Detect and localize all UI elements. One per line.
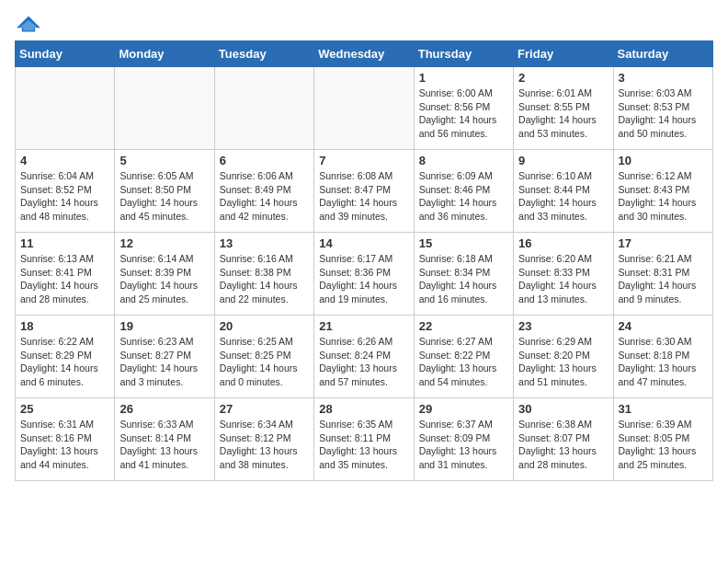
day-cell-30: 30Sunrise: 6:38 AM Sunset: 8:07 PM Dayli… bbox=[514, 398, 613, 481]
day-cell-8: 8Sunrise: 6:09 AM Sunset: 8:46 PM Daylig… bbox=[414, 150, 513, 233]
day-info-11: Sunrise: 6:13 AM Sunset: 8:41 PM Dayligh… bbox=[20, 252, 109, 306]
day-cell-17: 17Sunrise: 6:21 AM Sunset: 8:31 PM Dayli… bbox=[613, 233, 712, 316]
day-number-2: 2 bbox=[518, 71, 608, 85]
day-info-1: Sunrise: 6:00 AM Sunset: 8:56 PM Dayligh… bbox=[419, 86, 508, 141]
day-number-6: 6 bbox=[220, 154, 309, 167]
logo bbox=[15, 15, 44, 33]
day-number-8: 8 bbox=[419, 154, 508, 167]
day-number-15: 15 bbox=[419, 236, 508, 250]
weekday-header-monday: Monday bbox=[115, 41, 214, 67]
day-number-21: 21 bbox=[319, 319, 408, 333]
day-cell-15: 15Sunrise: 6:18 AM Sunset: 8:34 PM Dayli… bbox=[414, 233, 513, 316]
day-number-14: 14 bbox=[319, 236, 408, 250]
day-info-7: Sunrise: 6:08 AM Sunset: 8:47 PM Dayligh… bbox=[319, 169, 408, 224]
day-info-18: Sunrise: 6:22 AM Sunset: 8:29 PM Dayligh… bbox=[20, 335, 109, 389]
calendar-row-3: 18Sunrise: 6:22 AM Sunset: 8:29 PM Dayli… bbox=[16, 316, 713, 398]
day-info-21: Sunrise: 6:26 AM Sunset: 8:24 PM Dayligh… bbox=[319, 335, 408, 389]
day-number-13: 13 bbox=[220, 236, 309, 250]
day-info-12: Sunrise: 6:14 AM Sunset: 8:39 PM Dayligh… bbox=[119, 252, 209, 306]
day-cell-13: 13Sunrise: 6:16 AM Sunset: 8:38 PM Dayli… bbox=[214, 233, 313, 316]
day-cell-12: 12Sunrise: 6:14 AM Sunset: 8:39 PM Dayli… bbox=[115, 233, 214, 316]
day-info-3: Sunrise: 6:03 AM Sunset: 8:53 PM Dayligh… bbox=[619, 86, 708, 141]
day-cell-4: 4Sunrise: 6:04 AM Sunset: 8:52 PM Daylig… bbox=[16, 150, 115, 233]
day-number-26: 26 bbox=[119, 402, 209, 416]
day-cell-9: 9Sunrise: 6:10 AM Sunset: 8:44 PM Daylig… bbox=[514, 150, 613, 233]
day-cell-16: 16Sunrise: 6:20 AM Sunset: 8:33 PM Dayli… bbox=[514, 233, 613, 316]
day-info-30: Sunrise: 6:38 AM Sunset: 8:07 PM Dayligh… bbox=[518, 418, 608, 472]
day-info-19: Sunrise: 6:23 AM Sunset: 8:27 PM Dayligh… bbox=[119, 335, 209, 389]
calendar-row-2: 11Sunrise: 6:13 AM Sunset: 8:41 PM Dayli… bbox=[16, 233, 713, 316]
day-info-14: Sunrise: 6:17 AM Sunset: 8:36 PM Dayligh… bbox=[319, 252, 408, 306]
day-number-30: 30 bbox=[518, 402, 608, 416]
day-cell-18: 18Sunrise: 6:22 AM Sunset: 8:29 PM Dayli… bbox=[16, 316, 115, 398]
day-cell-22: 22Sunrise: 6:27 AM Sunset: 8:22 PM Dayli… bbox=[414, 316, 513, 398]
empty-cell bbox=[16, 67, 115, 150]
day-number-19: 19 bbox=[119, 319, 209, 333]
day-cell-20: 20Sunrise: 6:25 AM Sunset: 8:25 PM Dayli… bbox=[214, 316, 313, 398]
day-number-5: 5 bbox=[119, 154, 209, 167]
day-cell-1: 1Sunrise: 6:00 AM Sunset: 8:56 PM Daylig… bbox=[414, 67, 513, 150]
day-info-26: Sunrise: 6:33 AM Sunset: 8:14 PM Dayligh… bbox=[119, 418, 209, 472]
weekday-header-friday: Friday bbox=[514, 41, 613, 67]
day-number-3: 3 bbox=[619, 71, 708, 85]
day-info-4: Sunrise: 6:04 AM Sunset: 8:52 PM Dayligh… bbox=[20, 169, 109, 224]
day-cell-24: 24Sunrise: 6:30 AM Sunset: 8:18 PM Dayli… bbox=[613, 316, 712, 398]
day-number-28: 28 bbox=[319, 402, 408, 416]
day-number-12: 12 bbox=[119, 236, 209, 250]
day-info-15: Sunrise: 6:18 AM Sunset: 8:34 PM Dayligh… bbox=[419, 252, 508, 306]
day-info-10: Sunrise: 6:12 AM Sunset: 8:43 PM Dayligh… bbox=[619, 169, 708, 224]
weekday-header-saturday: Saturday bbox=[613, 41, 712, 67]
weekday-header-tuesday: Tuesday bbox=[214, 41, 313, 67]
empty-cell bbox=[214, 67, 313, 150]
day-info-28: Sunrise: 6:35 AM Sunset: 8:11 PM Dayligh… bbox=[319, 418, 408, 472]
day-info-16: Sunrise: 6:20 AM Sunset: 8:33 PM Dayligh… bbox=[518, 252, 608, 306]
empty-cell bbox=[115, 67, 214, 150]
day-info-27: Sunrise: 6:34 AM Sunset: 8:12 PM Dayligh… bbox=[220, 418, 309, 472]
day-info-31: Sunrise: 6:39 AM Sunset: 8:05 PM Dayligh… bbox=[619, 418, 708, 472]
day-info-23: Sunrise: 6:29 AM Sunset: 8:20 PM Dayligh… bbox=[518, 335, 608, 389]
day-info-22: Sunrise: 6:27 AM Sunset: 8:22 PM Dayligh… bbox=[419, 335, 508, 389]
day-cell-21: 21Sunrise: 6:26 AM Sunset: 8:24 PM Dayli… bbox=[314, 316, 414, 398]
day-cell-6: 6Sunrise: 6:06 AM Sunset: 8:49 PM Daylig… bbox=[214, 150, 313, 233]
day-number-25: 25 bbox=[20, 402, 109, 416]
calendar-row-0: 1Sunrise: 6:00 AM Sunset: 8:56 PM Daylig… bbox=[16, 67, 713, 150]
weekday-header-thursday: Thursday bbox=[414, 41, 513, 67]
day-cell-5: 5Sunrise: 6:05 AM Sunset: 8:50 PM Daylig… bbox=[115, 150, 214, 233]
day-cell-19: 19Sunrise: 6:23 AM Sunset: 8:27 PM Dayli… bbox=[115, 316, 214, 398]
day-number-7: 7 bbox=[319, 154, 408, 167]
day-cell-10: 10Sunrise: 6:12 AM Sunset: 8:43 PM Dayli… bbox=[613, 150, 712, 233]
day-cell-23: 23Sunrise: 6:29 AM Sunset: 8:20 PM Dayli… bbox=[514, 316, 613, 398]
day-cell-28: 28Sunrise: 6:35 AM Sunset: 8:11 PM Dayli… bbox=[314, 398, 414, 481]
day-cell-29: 29Sunrise: 6:37 AM Sunset: 8:09 PM Dayli… bbox=[414, 398, 513, 481]
empty-cell bbox=[314, 67, 414, 150]
weekday-header-wednesday: Wednesday bbox=[314, 41, 414, 67]
calendar-row-1: 4Sunrise: 6:04 AM Sunset: 8:52 PM Daylig… bbox=[16, 150, 713, 233]
day-number-20: 20 bbox=[220, 319, 309, 333]
day-info-13: Sunrise: 6:16 AM Sunset: 8:38 PM Dayligh… bbox=[220, 252, 309, 306]
day-cell-31: 31Sunrise: 6:39 AM Sunset: 8:05 PM Dayli… bbox=[613, 398, 712, 481]
day-info-2: Sunrise: 6:01 AM Sunset: 8:55 PM Dayligh… bbox=[518, 86, 608, 141]
day-number-11: 11 bbox=[20, 236, 109, 250]
day-number-24: 24 bbox=[619, 319, 708, 333]
weekday-header-sunday: Sunday bbox=[16, 41, 115, 67]
day-info-29: Sunrise: 6:37 AM Sunset: 8:09 PM Dayligh… bbox=[419, 418, 508, 472]
day-cell-14: 14Sunrise: 6:17 AM Sunset: 8:36 PM Dayli… bbox=[314, 233, 414, 316]
day-number-29: 29 bbox=[419, 402, 508, 416]
day-number-10: 10 bbox=[619, 154, 708, 167]
day-info-9: Sunrise: 6:10 AM Sunset: 8:44 PM Dayligh… bbox=[518, 169, 608, 224]
day-number-23: 23 bbox=[518, 319, 608, 333]
day-info-5: Sunrise: 6:05 AM Sunset: 8:50 PM Dayligh… bbox=[119, 169, 209, 224]
day-cell-2: 2Sunrise: 6:01 AM Sunset: 8:55 PM Daylig… bbox=[514, 67, 613, 150]
day-info-8: Sunrise: 6:09 AM Sunset: 8:46 PM Dayligh… bbox=[419, 169, 508, 224]
day-cell-7: 7Sunrise: 6:08 AM Sunset: 8:47 PM Daylig… bbox=[314, 150, 414, 233]
day-info-25: Sunrise: 6:31 AM Sunset: 8:16 PM Dayligh… bbox=[20, 418, 109, 472]
calendar-row-4: 25Sunrise: 6:31 AM Sunset: 8:16 PM Dayli… bbox=[16, 398, 713, 481]
day-number-31: 31 bbox=[619, 402, 708, 416]
day-number-16: 16 bbox=[518, 236, 608, 250]
day-cell-27: 27Sunrise: 6:34 AM Sunset: 8:12 PM Dayli… bbox=[214, 398, 313, 481]
day-number-9: 9 bbox=[518, 154, 608, 167]
day-cell-3: 3Sunrise: 6:03 AM Sunset: 8:53 PM Daylig… bbox=[613, 67, 712, 150]
logo-icon bbox=[15, 15, 42, 33]
day-cell-11: 11Sunrise: 6:13 AM Sunset: 8:41 PM Dayli… bbox=[16, 233, 115, 316]
calendar: SundayMondayTuesdayWednesdayThursdayFrid… bbox=[15, 40, 713, 481]
